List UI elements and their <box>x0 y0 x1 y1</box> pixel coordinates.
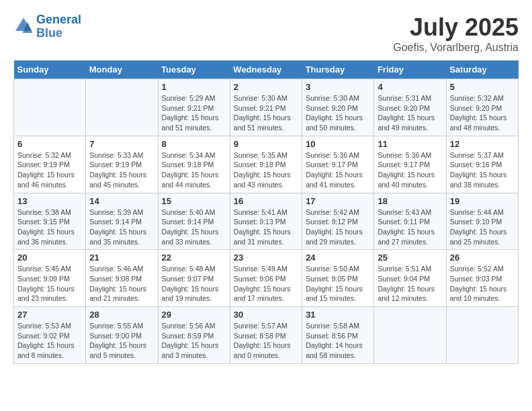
day-number: 30 <box>234 310 298 320</box>
day-info: Sunrise: 5:33 AM Sunset: 9:19 PM Dayligh… <box>89 150 154 190</box>
calendar-cell <box>14 79 86 136</box>
day-info: Sunrise: 5:48 AM Sunset: 9:07 PM Dayligh… <box>162 264 226 304</box>
day-info: Sunrise: 5:57 AM Sunset: 8:58 PM Dayligh… <box>234 321 298 361</box>
calendar-week-row: 6Sunrise: 5:32 AM Sunset: 9:19 PM Daylig… <box>14 136 519 193</box>
calendar-week-row: 27Sunrise: 5:53 AM Sunset: 9:02 PM Dayli… <box>14 307 519 364</box>
day-info: Sunrise: 5:31 AM Sunset: 9:20 PM Dayligh… <box>378 93 442 133</box>
calendar-cell: 6Sunrise: 5:32 AM Sunset: 9:19 PM Daylig… <box>14 136 86 193</box>
day-info: Sunrise: 5:34 AM Sunset: 9:18 PM Dayligh… <box>162 150 226 190</box>
column-header-tuesday: Tuesday <box>158 60 230 79</box>
day-info: Sunrise: 5:53 AM Sunset: 9:02 PM Dayligh… <box>17 321 82 361</box>
calendar-cell: 13Sunrise: 5:38 AM Sunset: 9:15 PM Dayli… <box>14 193 86 250</box>
day-number: 29 <box>162 310 226 320</box>
calendar-cell: 23Sunrise: 5:49 AM Sunset: 9:06 PM Dayli… <box>230 250 302 307</box>
location: Goefis, Vorarlberg, Austria <box>393 42 519 54</box>
day-number: 18 <box>378 196 442 206</box>
day-info: Sunrise: 5:30 AM Sunset: 9:20 PM Dayligh… <box>306 93 370 133</box>
day-info: Sunrise: 5:52 AM Sunset: 9:03 PM Dayligh… <box>450 264 515 304</box>
calendar-header-row: SundayMondayTuesdayWednesdayThursdayFrid… <box>14 60 519 79</box>
day-info: Sunrise: 5:37 AM Sunset: 9:16 PM Dayligh… <box>450 150 515 190</box>
day-number: 21 <box>89 253 154 263</box>
calendar-cell: 8Sunrise: 5:34 AM Sunset: 9:18 PM Daylig… <box>158 136 230 193</box>
calendar-cell: 4Sunrise: 5:31 AM Sunset: 9:20 PM Daylig… <box>374 79 446 136</box>
calendar-cell: 30Sunrise: 5:57 AM Sunset: 8:58 PM Dayli… <box>230 307 302 364</box>
calendar-cell: 22Sunrise: 5:48 AM Sunset: 9:07 PM Dayli… <box>158 250 230 307</box>
calendar-table: SundayMondayTuesdayWednesdayThursdayFrid… <box>13 60 519 364</box>
day-info: Sunrise: 5:43 AM Sunset: 9:11 PM Dayligh… <box>378 208 442 247</box>
calendar-cell: 17Sunrise: 5:42 AM Sunset: 9:12 PM Dayli… <box>302 193 374 250</box>
calendar-cell: 31Sunrise: 5:58 AM Sunset: 8:56 PM Dayli… <box>302 307 374 364</box>
day-number: 8 <box>162 139 226 149</box>
day-number: 2 <box>234 82 298 92</box>
calendar-cell <box>86 79 158 136</box>
month-title: July 2025 <box>393 13 519 42</box>
column-header-wednesday: Wednesday <box>230 60 302 79</box>
logo-text: General Blue <box>36 13 81 40</box>
day-info: Sunrise: 5:50 AM Sunset: 9:05 PM Dayligh… <box>306 264 370 304</box>
day-number: 16 <box>234 196 298 206</box>
calendar-cell: 7Sunrise: 5:33 AM Sunset: 9:19 PM Daylig… <box>86 136 158 193</box>
day-number: 1 <box>162 82 226 92</box>
day-info: Sunrise: 5:56 AM Sunset: 8:59 PM Dayligh… <box>162 321 226 361</box>
column-header-sunday: Sunday <box>14 60 86 79</box>
calendar-week-row: 13Sunrise: 5:38 AM Sunset: 9:15 PM Dayli… <box>14 193 519 250</box>
calendar-cell: 20Sunrise: 5:45 AM Sunset: 9:09 PM Dayli… <box>14 250 86 307</box>
day-number: 4 <box>378 82 442 92</box>
day-info: Sunrise: 5:45 AM Sunset: 9:09 PM Dayligh… <box>17 264 82 304</box>
calendar-cell: 16Sunrise: 5:41 AM Sunset: 9:13 PM Dayli… <box>230 193 302 250</box>
calendar-cell: 9Sunrise: 5:35 AM Sunset: 9:18 PM Daylig… <box>230 136 302 193</box>
column-header-thursday: Thursday <box>302 60 374 79</box>
calendar-cell: 11Sunrise: 5:36 AM Sunset: 9:17 PM Dayli… <box>374 136 446 193</box>
day-number: 11 <box>378 139 442 149</box>
day-number: 19 <box>450 196 515 206</box>
column-header-friday: Friday <box>374 60 446 79</box>
calendar-cell: 26Sunrise: 5:52 AM Sunset: 9:03 PM Dayli… <box>446 250 518 307</box>
day-info: Sunrise: 5:58 AM Sunset: 8:56 PM Dayligh… <box>306 321 370 361</box>
column-header-monday: Monday <box>86 60 158 79</box>
calendar-cell: 1Sunrise: 5:29 AM Sunset: 9:21 PM Daylig… <box>158 79 230 136</box>
day-number: 10 <box>306 139 370 149</box>
day-number: 22 <box>162 253 226 263</box>
calendar-cell: 25Sunrise: 5:51 AM Sunset: 9:04 PM Dayli… <box>374 250 446 307</box>
day-number: 12 <box>450 139 515 149</box>
calendar-cell: 10Sunrise: 5:36 AM Sunset: 9:17 PM Dayli… <box>302 136 374 193</box>
page-header: General Blue July 2025 Goefis, Vorarlber… <box>13 13 519 54</box>
day-info: Sunrise: 5:36 AM Sunset: 9:17 PM Dayligh… <box>378 150 442 190</box>
day-number: 20 <box>17 253 82 263</box>
day-info: Sunrise: 5:38 AM Sunset: 9:15 PM Dayligh… <box>17 208 82 247</box>
calendar-cell: 12Sunrise: 5:37 AM Sunset: 9:16 PM Dayli… <box>446 136 518 193</box>
calendar-cell: 2Sunrise: 5:30 AM Sunset: 9:21 PM Daylig… <box>230 79 302 136</box>
day-number: 15 <box>162 196 226 206</box>
day-info: Sunrise: 5:30 AM Sunset: 9:21 PM Dayligh… <box>234 93 298 133</box>
title-block: July 2025 Goefis, Vorarlberg, Austria <box>393 13 519 54</box>
day-info: Sunrise: 5:32 AM Sunset: 9:20 PM Dayligh… <box>450 93 515 133</box>
calendar-cell: 27Sunrise: 5:53 AM Sunset: 9:02 PM Dayli… <box>14 307 86 364</box>
day-number: 7 <box>89 139 154 149</box>
calendar-cell: 28Sunrise: 5:55 AM Sunset: 9:00 PM Dayli… <box>86 307 158 364</box>
day-number: 27 <box>17 310 82 320</box>
day-info: Sunrise: 5:41 AM Sunset: 9:13 PM Dayligh… <box>234 208 298 247</box>
calendar-cell: 24Sunrise: 5:50 AM Sunset: 9:05 PM Dayli… <box>302 250 374 307</box>
day-number: 24 <box>306 253 370 263</box>
day-info: Sunrise: 5:40 AM Sunset: 9:14 PM Dayligh… <box>162 208 226 247</box>
day-number: 9 <box>234 139 298 149</box>
calendar-cell: 18Sunrise: 5:43 AM Sunset: 9:11 PM Dayli… <box>374 193 446 250</box>
day-info: Sunrise: 5:51 AM Sunset: 9:04 PM Dayligh… <box>378 264 442 304</box>
day-info: Sunrise: 5:44 AM Sunset: 9:10 PM Dayligh… <box>450 208 515 247</box>
column-header-saturday: Saturday <box>446 60 518 79</box>
day-number: 25 <box>378 253 442 263</box>
logo-icon <box>13 17 34 37</box>
day-info: Sunrise: 5:36 AM Sunset: 9:17 PM Dayligh… <box>306 150 370 190</box>
day-number: 14 <box>89 196 154 206</box>
day-info: Sunrise: 5:39 AM Sunset: 9:14 PM Dayligh… <box>89 208 154 247</box>
calendar-cell: 19Sunrise: 5:44 AM Sunset: 9:10 PM Dayli… <box>446 193 518 250</box>
day-number: 23 <box>234 253 298 263</box>
logo: General Blue <box>13 13 81 40</box>
calendar-week-row: 1Sunrise: 5:29 AM Sunset: 9:21 PM Daylig… <box>14 79 519 136</box>
day-info: Sunrise: 5:32 AM Sunset: 9:19 PM Dayligh… <box>17 150 82 190</box>
day-number: 28 <box>89 310 154 320</box>
calendar-cell: 29Sunrise: 5:56 AM Sunset: 8:59 PM Dayli… <box>158 307 230 364</box>
calendar-cell: 14Sunrise: 5:39 AM Sunset: 9:14 PM Dayli… <box>86 193 158 250</box>
day-info: Sunrise: 5:46 AM Sunset: 9:08 PM Dayligh… <box>89 264 154 304</box>
day-number: 13 <box>17 196 82 206</box>
